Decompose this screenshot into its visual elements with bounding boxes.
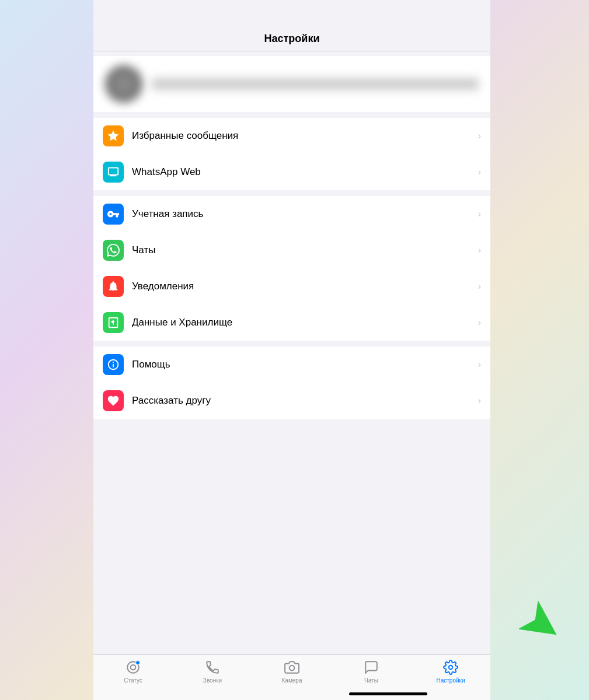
tab-item-calls[interactable]: Звонки — [173, 660, 252, 684]
tab-label-camera: Камера — [282, 677, 302, 684]
tab-icon-status — [126, 660, 141, 675]
monitor-icon — [107, 166, 120, 178]
status-dot — [135, 660, 140, 665]
section-gap-2 — [93, 190, 490, 196]
whatsapp-icon — [107, 244, 120, 257]
profile-section[interactable] — [93, 56, 490, 112]
calls-tab-icon — [205, 660, 220, 675]
tab-icon-chats — [364, 660, 379, 675]
section-gap-3 — [93, 341, 490, 346]
whatsapp-web-icon-wrapper — [103, 162, 124, 183]
settings-tab-icon — [443, 660, 458, 675]
tab-item-settings[interactable]: Настройки — [411, 660, 490, 684]
help-icon-wrapper — [103, 354, 124, 375]
title-bar: Настройки — [93, 0, 490, 51]
section-gap-4 — [93, 419, 490, 425]
storage-chevron: › — [478, 317, 481, 328]
settings-group-main: Учетная запись › Чаты › Уведомле — [93, 196, 490, 341]
account-chevron: › — [478, 209, 481, 219]
settings-group-help: Помощь › Рассказать другу › — [93, 346, 490, 419]
phone-screen: Настройки Избранные сообщения › — [93, 0, 490, 700]
whatsapp-web-chevron: › — [478, 167, 481, 177]
tab-label-chats: Чаты — [364, 677, 378, 684]
tab-icon-calls — [205, 660, 220, 675]
svg-marker-4 — [519, 601, 566, 648]
bell-icon — [107, 280, 120, 293]
svg-point-3 — [449, 666, 453, 670]
star-icon — [107, 130, 120, 142]
settings-item-tell-friend[interactable]: Рассказать другу › — [93, 383, 490, 419]
storage-label: Данные и Хранилище — [132, 317, 473, 328]
page-title: Настройки — [105, 33, 479, 45]
home-indicator — [349, 692, 427, 695]
favorites-icon-wrapper — [103, 125, 124, 146]
storage-icon — [107, 316, 120, 329]
tab-item-chats[interactable]: Чаты — [332, 660, 411, 684]
svg-point-1 — [131, 665, 136, 670]
profile-name-blur — [152, 78, 479, 90]
favorites-label: Избранные сообщения — [132, 130, 473, 142]
settings-item-chats[interactable]: Чаты › — [93, 232, 490, 268]
tab-bar: Статус Звонки Камера Чаты — [93, 654, 490, 700]
svg-point-2 — [290, 666, 295, 671]
settings-group-shortcuts: Избранные сообщения › WhatsApp Web › — [93, 118, 490, 190]
tab-item-status[interactable]: Статус — [93, 660, 173, 684]
heart-icon — [107, 394, 120, 407]
info-icon — [107, 358, 120, 371]
tell-friend-chevron: › — [478, 396, 481, 406]
help-label: Помощь — [132, 359, 473, 370]
whatsapp-web-label: WhatsApp Web — [132, 166, 473, 178]
settings-item-whatsapp-web[interactable]: WhatsApp Web › — [93, 154, 490, 190]
tab-icon-settings — [443, 660, 458, 675]
chats-tab-icon — [364, 660, 379, 675]
help-chevron: › — [478, 359, 481, 370]
tell-friend-label: Рассказать другу — [132, 395, 473, 407]
chats-label: Чаты — [132, 244, 473, 256]
chats-icon-wrapper — [103, 240, 124, 261]
notifications-icon-wrapper — [103, 276, 124, 297]
settings-item-favorites[interactable]: Избранные сообщения › — [93, 118, 490, 154]
settings-item-notifications[interactable]: Уведомления › — [93, 268, 490, 304]
camera-tab-icon — [284, 660, 299, 675]
avatar — [105, 65, 142, 103]
content-area: Избранные сообщения › WhatsApp Web › — [93, 51, 490, 700]
account-label: Учетная запись — [132, 208, 473, 220]
tab-item-camera[interactable]: Камера — [252, 660, 332, 684]
settings-item-help[interactable]: Помощь › — [93, 346, 490, 383]
tell-friend-icon-wrapper — [103, 390, 124, 411]
arrow-icon — [519, 601, 566, 648]
favorites-chevron: › — [478, 131, 481, 141]
tab-icon-camera — [284, 660, 299, 675]
settings-item-account[interactable]: Учетная запись › — [93, 196, 490, 232]
notifications-chevron: › — [478, 281, 481, 292]
tab-label-settings: Настройки — [436, 677, 465, 684]
section-gap-1 — [93, 112, 490, 118]
notifications-label: Уведомления — [132, 281, 473, 292]
key-icon — [107, 208, 120, 220]
storage-icon-wrapper — [103, 312, 124, 333]
chats-chevron: › — [478, 245, 481, 256]
account-icon-wrapper — [103, 204, 124, 225]
green-arrow — [519, 601, 566, 650]
tab-label-status: Статус — [124, 677, 142, 684]
settings-item-storage[interactable]: Данные и Хранилище › — [93, 304, 490, 341]
tab-label-calls: Звонки — [203, 677, 222, 684]
